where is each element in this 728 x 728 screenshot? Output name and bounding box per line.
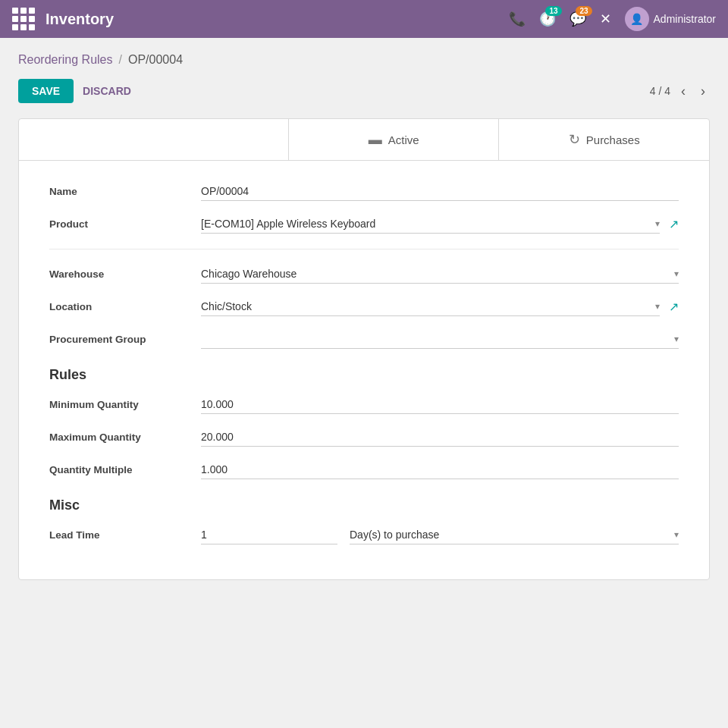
rules-section-title: Rules (49, 367, 679, 383)
discard-button[interactable]: DISCARD (83, 85, 131, 97)
location-external-link[interactable]: ↗ (669, 300, 679, 314)
phone-icon[interactable]: 📞 (509, 11, 526, 27)
location-dropdown-arrow: ▾ (655, 301, 660, 312)
lead-time-row: Lead Time Day(s) to purchase ▾ (49, 526, 679, 544)
messages-icon[interactable]: 💬 23 (570, 11, 586, 27)
name-label: Name (49, 186, 201, 197)
procurement-group-select[interactable] (201, 333, 674, 345)
warehouse-select[interactable]: Chicago Warehouse (201, 268, 674, 280)
location-row: Location Chic/Stock ▾ ↗ (49, 297, 679, 316)
clock-refresh-icon[interactable]: 🕐 13 (539, 11, 556, 27)
lead-time-dropdown-arrow: ▾ (674, 529, 679, 540)
qty-multiple-input[interactable] (201, 460, 679, 479)
admin-menu[interactable]: 👤 Administrator (625, 7, 716, 31)
breadcrumb-parent[interactable]: Reordering Rules (18, 53, 113, 67)
tab-purchases[interactable]: ↻ Purchases (499, 119, 709, 160)
pagination: 4 / 4 ‹ › (650, 82, 710, 101)
product-row: Product [E-COM10] Apple Wireless Keyboar… (49, 215, 679, 234)
qty-multiple-row: Quantity Multiple (49, 460, 679, 479)
misc-section-title: Misc (49, 497, 679, 513)
purchases-icon: ↻ (569, 131, 580, 148)
tab-purchases-label: Purchases (586, 133, 640, 146)
next-page-button[interactable]: › (696, 82, 710, 101)
product-select[interactable]: [E-COM10] Apple Wireless Keyboard (201, 218, 655, 230)
topbar-icons: 📞 🕐 13 💬 23 ✕ 👤 Administrator (509, 7, 716, 31)
name-field (201, 182, 679, 201)
max-qty-label: Maximum Quantity (49, 431, 201, 443)
pagination-count: 4 / 4 (650, 85, 670, 97)
min-qty-input[interactable] (201, 395, 679, 414)
location-field: Chic/Stock ▾ ↗ (201, 297, 679, 316)
tab-active[interactable]: ▬ Active (289, 119, 500, 160)
save-button[interactable]: SAVE (18, 79, 74, 103)
warehouse-select-wrap: Chicago Warehouse ▾ (201, 265, 679, 284)
procurement-group-row: Procurement Group ▾ (49, 330, 679, 349)
warehouse-row: Warehouse Chicago Warehouse ▾ (49, 265, 679, 284)
name-input[interactable] (201, 182, 679, 201)
product-select-wrap: [E-COM10] Apple Wireless Keyboard ▾ (201, 215, 660, 234)
location-select[interactable]: Chic/Stock (201, 300, 655, 312)
form-card: ▬ Active ↻ Purchases Name Product (18, 118, 710, 580)
warehouse-field: Chicago Warehouse ▾ (201, 265, 679, 284)
qty-multiple-label: Quantity Multiple (49, 464, 201, 475)
max-qty-field (201, 428, 679, 447)
product-label: Product (49, 218, 201, 230)
avatar: 👤 (625, 7, 649, 31)
product-external-link[interactable]: ↗ (669, 217, 679, 231)
min-qty-row: Minimum Quantity (49, 395, 679, 414)
location-label: Location (49, 301, 201, 312)
lead-time-unit-select[interactable]: Day(s) to purchase (350, 529, 674, 541)
divider-1 (49, 249, 679, 249)
procurement-group-select-wrap: ▾ (201, 330, 679, 349)
warehouse-dropdown-arrow: ▾ (674, 268, 679, 279)
status-tabs: ▬ Active ↻ Purchases (19, 119, 709, 161)
tab-active-label: Active (388, 133, 419, 146)
procurement-group-field: ▾ (201, 330, 679, 349)
grid-icon[interactable] (12, 8, 35, 30)
qty-multiple-field (201, 460, 679, 479)
lead-time-select-wrap: Day(s) to purchase ▾ (350, 526, 679, 544)
prev-page-button[interactable]: ‹ (676, 82, 690, 101)
settings-icon[interactable]: ✕ (600, 11, 611, 27)
min-qty-label: Minimum Quantity (49, 399, 201, 410)
admin-label: Administrator (654, 13, 716, 25)
toolbar: SAVE DISCARD 4 / 4 ‹ › (18, 79, 710, 103)
app-title: Inventory (46, 11, 509, 28)
min-qty-field (201, 395, 679, 414)
procurement-group-dropdown-arrow: ▾ (674, 334, 679, 344)
content-area: Reordering Rules / OP/00004 SAVE DISCARD… (0, 38, 728, 595)
breadcrumb-separator: / (119, 53, 122, 67)
breadcrumb: Reordering Rules / OP/00004 (18, 53, 710, 67)
warehouse-label: Warehouse (49, 268, 201, 280)
active-icon: ▬ (369, 132, 382, 148)
lead-time-input[interactable] (201, 526, 337, 544)
location-select-wrap: Chic/Stock ▾ (201, 297, 660, 316)
form-body: Name Product [E-COM10] Apple Wireless Ke… (19, 161, 709, 579)
max-qty-row: Maximum Quantity (49, 428, 679, 447)
product-dropdown-arrow: ▾ (655, 218, 660, 229)
name-row: Name (49, 182, 679, 201)
max-qty-input[interactable] (201, 428, 679, 447)
product-field: [E-COM10] Apple Wireless Keyboard ▾ ↗ (201, 215, 679, 234)
lead-time-label: Lead Time (49, 529, 201, 541)
spacer-tab (19, 119, 289, 160)
topbar: Inventory 📞 🕐 13 💬 23 ✕ 👤 Administrator (0, 0, 728, 38)
breadcrumb-current: OP/00004 (128, 53, 183, 67)
procurement-group-label: Procurement Group (49, 334, 201, 345)
